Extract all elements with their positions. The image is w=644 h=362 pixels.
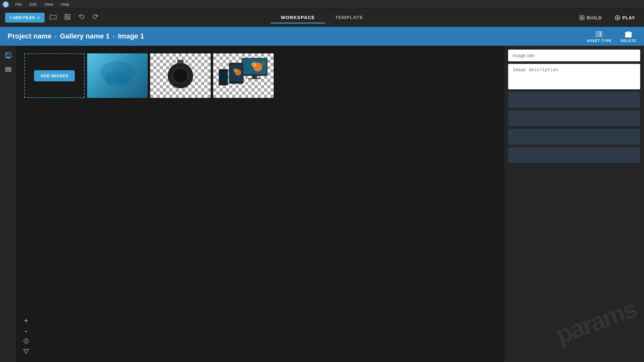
toolbar-center: WORKSPACE TEMPLATE (271, 12, 374, 24)
app-logo (3, 1, 9, 8)
image-thumb-blue (87, 53, 148, 98)
svg-marker-48 (24, 349, 29, 353)
params-watermark: params (552, 294, 640, 350)
svg-rect-38 (220, 71, 227, 83)
camera-bump (177, 60, 184, 64)
svg-point-41 (261, 62, 264, 66)
svg-rect-8 (580, 18, 582, 20)
breadcrumb-bar: Project name › Gallery name 1 › Image 1 … (0, 27, 644, 46)
svg-rect-28 (5, 71, 11, 72)
breadcrumb: Project name › Gallery name 1 › Image 1 (8, 32, 144, 40)
add-images-button[interactable]: ADD IMAGES (34, 70, 75, 81)
redo-button[interactable] (90, 12, 101, 24)
build-button[interactable]: BUILD (575, 13, 606, 23)
svg-point-23 (6, 53, 8, 54)
devices-graphic (216, 55, 270, 96)
image-grid: ADD IMAGES (17, 46, 504, 106)
svg-rect-33 (252, 76, 257, 78)
image-title-input[interactable] (508, 50, 640, 61)
breadcrumb-sep-2: › (113, 33, 115, 40)
svg-rect-26 (5, 67, 11, 68)
open-folder-button[interactable] (47, 12, 59, 23)
layers-sidebar-icon[interactable] (3, 64, 14, 75)
camera-360-graphic (168, 63, 193, 88)
svg-rect-5 (66, 17, 69, 19)
svg-rect-7 (582, 16, 584, 17)
breadcrumb-image[interactable]: Image 1 (118, 32, 144, 40)
toolbar: + ADD FILES ▼ WORKSPACE TEMPLATE BUILD P… (0, 9, 644, 27)
menu-file[interactable]: File (14, 1, 23, 7)
filter-button[interactable] (22, 347, 31, 356)
workspace-tab[interactable]: WORKSPACE (271, 12, 325, 24)
param-block-2 (508, 110, 640, 126)
toolbar-left: + ADD FILES ▼ (5, 12, 101, 24)
breadcrumb-project[interactable]: Project name (8, 32, 52, 40)
play-label: PLAY (622, 15, 635, 20)
svg-point-45 (25, 340, 27, 342)
asset-type-label: ASSET TYPE (587, 39, 612, 43)
template-tab[interactable]: TEMPLATE (325, 12, 374, 24)
left-sidebar (0, 46, 17, 362)
svg-point-40 (251, 62, 256, 67)
right-panel: params (504, 46, 644, 362)
image-description-input[interactable] (508, 64, 640, 89)
image-thumbnail-2[interactable] (150, 53, 211, 98)
zoom-controls: + - (22, 316, 31, 356)
param-block-4 (508, 147, 640, 163)
menu-view[interactable]: View (43, 1, 54, 7)
image-thumbnail-1[interactable] (87, 53, 148, 98)
undo-button[interactable] (76, 12, 87, 24)
zoom-out-button[interactable]: - (22, 326, 31, 335)
menu-bar: File Edit View Help (0, 0, 644, 9)
content-area: ADD IMAGES (17, 46, 504, 362)
svg-point-30 (100, 61, 135, 84)
svg-rect-9 (582, 18, 584, 20)
breadcrumb-gallery[interactable]: Gallery name 1 (60, 32, 110, 40)
svg-point-43 (234, 68, 237, 72)
svg-marker-11 (617, 17, 619, 19)
camera-lens (172, 68, 188, 84)
menu-edit[interactable]: Edit (28, 1, 38, 7)
add-files-label: + ADD FILES (10, 15, 35, 20)
delete-button[interactable]: DELETE (621, 30, 636, 43)
save-button[interactable] (62, 12, 73, 24)
build-label: BUILD (587, 15, 602, 20)
param-block-3 (508, 129, 640, 145)
add-images-cell[interactable]: ADD IMAGES (24, 53, 85, 98)
image-thumbnail-3[interactable] (213, 53, 274, 98)
svg-rect-4 (66, 14, 68, 16)
param-block-1 (508, 92, 640, 108)
svg-rect-27 (5, 69, 11, 70)
asset-type-button[interactable]: ASSET TYPE (587, 30, 612, 43)
delete-label: DELETE (621, 39, 636, 43)
svg-rect-6 (580, 16, 582, 17)
play-button[interactable]: PLAY (611, 13, 639, 23)
svg-rect-34 (248, 78, 261, 79)
main-layout: ADD IMAGES (0, 46, 644, 362)
toolbar-right: BUILD PLAY (575, 13, 639, 23)
gallery-sidebar-icon[interactable] (3, 50, 14, 61)
menu-help[interactable]: Help (60, 1, 71, 7)
breadcrumb-sep-1: › (55, 33, 57, 40)
add-files-button[interactable]: + ADD FILES ▼ (5, 13, 45, 23)
zoom-in-button[interactable]: + (22, 316, 31, 325)
breadcrumb-actions: ASSET TYPE DELETE (587, 30, 636, 43)
zoom-fit-button[interactable] (22, 337, 31, 345)
